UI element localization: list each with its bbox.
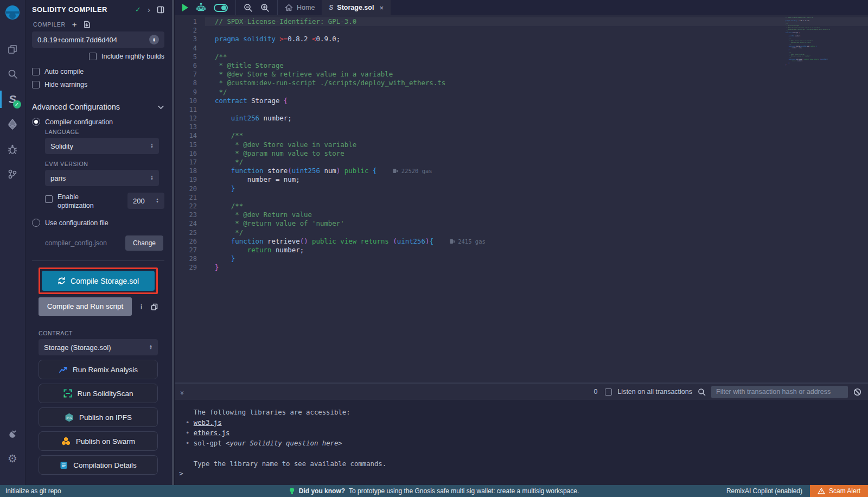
scam-alert-button[interactable]: Scam Alert <box>810 485 868 497</box>
code-line: * @dev Return value <box>215 211 868 219</box>
code-line: * @param num value to store <box>215 149 868 158</box>
publish-on-swarm-button[interactable]: Publish on Swarm <box>39 431 158 451</box>
line-number: 12 <box>175 114 205 123</box>
terminal-line: • ethers.js <box>186 428 868 438</box>
transaction-filter-input[interactable] <box>711 386 848 398</box>
line-number: 5 <box>175 53 205 61</box>
plugin-manager-icon[interactable] <box>0 421 25 446</box>
terminal-line: • sol-gpt <your Solidity question here> <box>186 438 868 449</box>
run-solidityscan-button[interactable]: Run SolidityScan <box>39 384 158 403</box>
language-label: LANGUAGE <box>45 129 164 135</box>
code-line: * @custom:dev-run-script ./scripts/deplo… <box>215 79 868 87</box>
line-number: 21 <box>175 193 205 202</box>
include-nightly-checkbox[interactable] <box>89 53 97 60</box>
git-icon[interactable] <box>0 162 25 187</box>
code-line: * @return value of 'number' <box>215 219 868 228</box>
add-custom-compiler-icon[interactable]: + <box>72 22 77 27</box>
code-line: */ <box>215 228 868 237</box>
compiler-section-label: COMPILER <box>33 21 66 28</box>
code-line: number = num; <box>215 175 868 184</box>
line-number: 26 <box>175 237 205 246</box>
pin-panel-icon[interactable] <box>157 6 164 14</box>
remix-ide-window: S ✓ ⚙ SOLIDITY <box>0 0 868 497</box>
compiler-configuration-label: Compiler configuration <box>45 118 113 126</box>
copy-icon[interactable] <box>151 303 158 310</box>
swarm-icon <box>61 437 71 445</box>
compile-and-run-tooltip: Compile and Run script <box>39 297 132 316</box>
minimap-line: * @custom:dev-run-script ./scripts/deplo… <box>786 29 838 30</box>
copilot-toggle[interactable] <box>214 4 228 12</box>
compilation-details-button[interactable]: Compilation Details <box>39 455 158 475</box>
refresh-icon <box>58 277 66 285</box>
tab-home[interactable]: Home <box>278 0 322 15</box>
solidity-compiler-icon[interactable]: S ✓ <box>0 87 25 112</box>
select-arrows-icon: ▲▼ <box>156 198 159 203</box>
status-bar: Initialize as git repo Did you know? To … <box>0 485 868 497</box>
code-line <box>215 44 868 53</box>
code-editor[interactable]: 1234567891011121314151617181920212223242… <box>175 15 868 383</box>
line-number: 16 <box>175 149 205 158</box>
terminal-collapse-icon[interactable]: » <box>178 391 187 393</box>
change-config-button[interactable]: Change <box>125 235 163 251</box>
ethersjs-link[interactable]: ethers.js <box>194 429 230 437</box>
line-number: 15 <box>175 141 205 149</box>
terminal-search-icon[interactable] <box>698 388 706 396</box>
chevron-down-icon <box>157 104 164 111</box>
select-arrows-icon: ▲▼ <box>149 345 152 350</box>
run-script-icon[interactable] <box>182 4 188 11</box>
terminal-prompt[interactable]: > <box>179 469 183 477</box>
minimap-line: } <box>786 64 838 66</box>
web3js-link[interactable]: web3.js <box>194 419 222 426</box>
info-icon[interactable]: i <box>141 303 142 311</box>
debugger-icon[interactable] <box>0 137 25 162</box>
import-compiler-icon[interactable] <box>83 21 91 28</box>
line-number: 27 <box>175 246 205 254</box>
publish-on-ipfs-button[interactable]: IPFS Publish on IPFS <box>39 407 158 427</box>
config-file-name[interactable]: compiler_config.json <box>45 239 107 247</box>
compiler-version-select[interactable]: 0.8.19+commit.7dd6d404 ▲▼ <box>32 31 164 48</box>
language-select[interactable]: Solidity ▲▼ <box>45 138 159 154</box>
close-tab-icon[interactable]: × <box>379 4 384 12</box>
zoom-in-icon[interactable] <box>260 3 270 12</box>
remix-logo[interactable] <box>4 4 21 22</box>
minimap-code: // SPDX-License-Identifier: GPL-3.0 prag… <box>786 17 838 66</box>
search-icon[interactable] <box>0 62 25 87</box>
auto-compile-checkbox[interactable] <box>32 68 40 75</box>
zoom-out-icon[interactable] <box>244 3 253 12</box>
code-line <box>215 26 868 35</box>
clear-console-icon[interactable] <box>853 388 861 396</box>
file-explorer-icon[interactable] <box>0 37 25 62</box>
compile-button[interactable]: Compile Storage.sol <box>42 271 155 291</box>
line-number: 23 <box>175 211 205 219</box>
enable-optimization-checkbox[interactable] <box>45 195 53 203</box>
ai-copilot-robot-icon[interactable] <box>196 3 206 12</box>
editor-minimap[interactable]: // SPDX-License-Identifier: GPL-3.0 prag… <box>786 17 838 66</box>
optimization-runs-input[interactable]: 200 ▲▼ <box>127 193 164 209</box>
evm-version-select[interactable]: paris ▲▼ <box>45 170 159 186</box>
use-configuration-file-radio[interactable] <box>32 219 40 227</box>
line-number: 6 <box>175 61 205 70</box>
settings-icon[interactable]: ⚙ <box>0 446 25 471</box>
evm-version-label: EVM VERSION <box>45 161 164 167</box>
advanced-configurations-toggle[interactable]: Advanced Configurations <box>32 103 164 111</box>
listen-all-transactions-label: Listen on all transactions <box>617 388 692 396</box>
tab-storage-sol[interactable]: S Storage.sol × <box>322 0 391 15</box>
chevron-right-icon[interactable]: › <box>148 5 150 14</box>
run-remix-analysis-button[interactable]: Run Remix Analysis <box>39 360 158 379</box>
compiler-configuration-radio[interactable] <box>32 118 40 126</box>
deploy-run-icon[interactable] <box>0 112 25 137</box>
lightbulb-icon <box>289 487 295 495</box>
chart-icon <box>59 366 67 373</box>
did-you-know-tip: Did you know? To prototype using the Gno… <box>289 487 579 495</box>
annotation-highlight-box: Compile Storage.sol <box>39 267 158 294</box>
code-line: * @title Storage <box>215 61 868 70</box>
contract-select[interactable]: Storage (Storage.sol) ▲▼ <box>39 339 158 355</box>
hide-warnings-checkbox[interactable] <box>32 81 40 88</box>
copilot-status[interactable]: RemixAI Copilot (enabled) <box>726 487 802 495</box>
line-number: 18 <box>175 167 205 175</box>
line-number: 1 <box>175 17 205 26</box>
solidity-file-icon: S <box>329 4 333 11</box>
listen-all-transactions-checkbox[interactable] <box>605 388 612 396</box>
init-git-repo-button[interactable]: Initialize as git repo <box>0 487 61 495</box>
panel-resize-handle[interactable] <box>171 0 175 485</box>
